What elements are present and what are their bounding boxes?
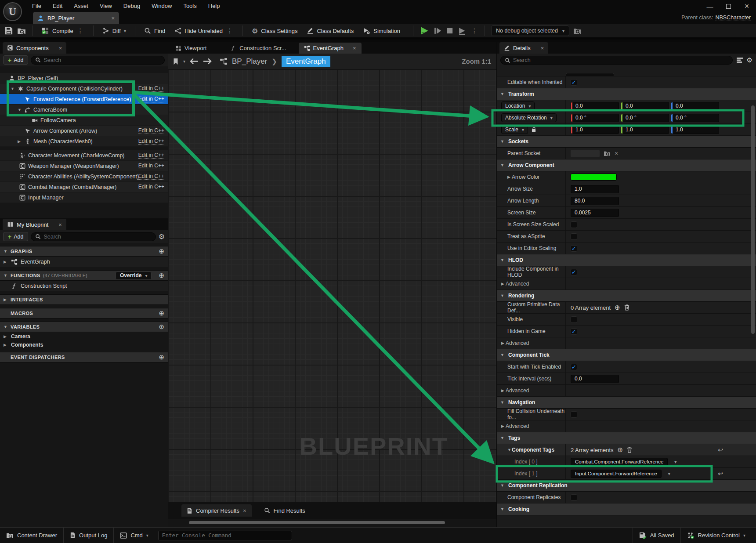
- expander-down-icon[interactable]: ▼: [500, 293, 505, 298]
- add-section-item-icon[interactable]: ⊕: [159, 247, 164, 255]
- checkbox-checked[interactable]: ✓: [571, 364, 577, 370]
- expander-down-icon[interactable]: ▼: [18, 108, 22, 112]
- event-graph-canvas[interactable]: BLUEPRINT: [168, 69, 496, 502]
- axis-field-z[interactable]: 0.0 °: [671, 114, 719, 122]
- bookmark-icon[interactable]: [173, 58, 179, 65]
- settings-gear-icon[interactable]: ⚙: [159, 232, 165, 241]
- expander-right-icon[interactable]: ▶: [4, 343, 8, 347]
- close-icon[interactable]: ×: [353, 45, 356, 51]
- add-component-button[interactable]: +Add: [3, 55, 28, 65]
- axis-field-y[interactable]: 0.0 °: [621, 114, 669, 122]
- checkbox-checked[interactable]: ✓: [571, 328, 577, 335]
- checkbox-unchecked[interactable]: [571, 221, 577, 228]
- close-icon[interactable]: ×: [59, 45, 62, 51]
- component-row[interactable]: BP_Player (Self): [0, 73, 168, 83]
- tag-value-field[interactable]: Input.Component.ForwardReference: [571, 470, 662, 478]
- edit-in-cpp-link[interactable]: Edit in C++: [138, 173, 164, 180]
- axis-field-x[interactable]: 0.0 °: [571, 114, 619, 122]
- find-button[interactable]: Find: [141, 25, 168, 36]
- revision-control-button[interactable]: Revision Control ▾: [680, 528, 756, 543]
- tab-details[interactable]: Details ×: [499, 42, 548, 54]
- breadcrumb-root[interactable]: BP_Player: [232, 57, 267, 66]
- close-icon[interactable]: ×: [541, 45, 544, 51]
- add-section-item-icon[interactable]: ⊕: [159, 272, 164, 279]
- close-icon[interactable]: ×: [243, 508, 246, 514]
- category-header-component-tick[interactable]: ▼Component Tick: [497, 349, 756, 361]
- axis-field-y[interactable]: 0.0: [621, 102, 669, 110]
- delete-array-icon[interactable]: [627, 447, 632, 453]
- breadcrumb-current[interactable]: EventGraph: [282, 56, 330, 67]
- component-row[interactable]: Weapon Manager (WeaponManager)Edit in C+…: [0, 161, 168, 171]
- components-search[interactable]: [31, 56, 165, 65]
- maximize-button[interactable]: [723, 1, 734, 11]
- play-options-icon[interactable]: ⋮: [470, 27, 478, 34]
- cmd-dropdown[interactable]: Cmd ▾: [114, 528, 154, 543]
- add-section-item-icon[interactable]: ⊕: [159, 323, 164, 331]
- category-header-rendering[interactable]: ▼Rendering: [497, 290, 756, 302]
- play-icon[interactable]: [420, 26, 429, 36]
- add-array-element-icon[interactable]: ⊕: [618, 446, 623, 454]
- edit-in-cpp-link[interactable]: Edit in C++: [138, 127, 164, 134]
- category-header-component-replication[interactable]: ▼Component Replication: [497, 480, 756, 492]
- category-header-navigation[interactable]: ▼Navigation: [497, 397, 756, 409]
- stop-icon[interactable]: [446, 27, 454, 35]
- section-graphs[interactable]: ▼GRAPHS⊕: [0, 246, 168, 257]
- graph-tab-construction-scr-[interactable]: Construction Scr...: [225, 43, 291, 54]
- expander-down-icon[interactable]: ▼: [4, 325, 8, 329]
- expander-right-icon[interactable]: ▶: [501, 282, 506, 286]
- close-icon[interactable]: ×: [58, 222, 62, 228]
- edit-in-cpp-link[interactable]: Edit in C++: [138, 152, 164, 159]
- hide-unrelated-options-icon[interactable]: ⋮: [226, 27, 234, 34]
- category-header-transform[interactable]: ▼Transform: [497, 88, 756, 100]
- expander-down-icon[interactable]: ▼: [507, 448, 512, 452]
- component-row[interactable]: ▶Mesh (CharacterMesh0)Edit in C++: [0, 136, 168, 147]
- category-header-sockets[interactable]: ▼Sockets: [497, 136, 756, 148]
- section-variables[interactable]: ▼VARIABLES⊕: [0, 322, 168, 332]
- category-header-hlod[interactable]: ▼HLOD: [497, 254, 756, 266]
- details-search-input[interactable]: [513, 57, 728, 63]
- checkbox-checked[interactable]: ✓: [571, 269, 577, 275]
- expander-down-icon[interactable]: ▼: [500, 163, 505, 167]
- tab-find-results[interactable]: Find Results: [259, 504, 311, 517]
- tab-compiler-results[interactable]: Compiler Results ×: [181, 504, 252, 517]
- expander-right-icon[interactable]: ▶: [501, 388, 506, 393]
- asset-tab-bp-player[interactable]: BP_Player ×: [33, 12, 119, 24]
- parent-class-link[interactable]: NBSCharacter: [715, 14, 751, 21]
- my-blueprint-search-input[interactable]: [43, 234, 151, 240]
- category-header-cooking[interactable]: ▼Cooking: [497, 503, 756, 515]
- numeric-field[interactable]: 1.0: [571, 185, 619, 193]
- axis-mode-dropdown[interactable]: Location▾: [501, 101, 535, 110]
- expander-down-icon[interactable]: ▼: [500, 483, 505, 488]
- all-saved-button[interactable]: All Saved: [633, 528, 680, 543]
- expander-down-icon[interactable]: ▼: [500, 353, 505, 357]
- edit-in-cpp-link[interactable]: Edit in C++: [138, 163, 164, 169]
- vertical-scrollbar[interactable]: [751, 105, 755, 334]
- details-settings-gear-icon[interactable]: ⚙: [747, 56, 752, 64]
- diff-button[interactable]: Diff ▾: [100, 25, 129, 36]
- details-search[interactable]: [500, 56, 733, 65]
- expander-right-icon[interactable]: ▶: [501, 424, 506, 428]
- horizontal-scrollbar[interactable]: [189, 521, 445, 524]
- checkbox-unchecked[interactable]: [571, 494, 577, 501]
- menu-item-debug[interactable]: Debug: [119, 1, 145, 11]
- close-button[interactable]: ×: [741, 1, 752, 11]
- frame-skip-icon[interactable]: [433, 26, 442, 35]
- axis-field-y[interactable]: 1.0: [621, 126, 669, 134]
- back-arrow-icon[interactable]: [190, 58, 199, 65]
- component-row[interactable]: Arrow Component (Arrow)Edit in C++: [0, 126, 168, 136]
- delete-array-icon[interactable]: [624, 304, 629, 311]
- section-macros[interactable]: MACROS⊕: [0, 308, 168, 319]
- edit-in-cpp-link[interactable]: Edit in C++: [138, 184, 164, 190]
- menu-item-view[interactable]: View: [95, 1, 117, 11]
- component-row[interactable]: Character Abilities (AbilitySystemCompon…: [0, 171, 168, 182]
- minimize-button[interactable]: —: [704, 1, 716, 11]
- expander-down-icon[interactable]: ▼: [500, 507, 505, 511]
- menu-item-file[interactable]: File: [27, 1, 46, 11]
- blueprint-item-eventgraph[interactable]: ▶EventGraph: [0, 257, 168, 267]
- add-array-element-icon[interactable]: ⊕: [615, 304, 620, 311]
- expander-down-icon[interactable]: ▼: [500, 436, 505, 440]
- edit-in-cpp-link[interactable]: Edit in C++: [138, 96, 164, 102]
- lock-icon[interactable]: [532, 127, 536, 133]
- chevron-down-icon[interactable]: ▾: [668, 471, 670, 476]
- reset-to-default-icon[interactable]: ↩: [718, 470, 723, 477]
